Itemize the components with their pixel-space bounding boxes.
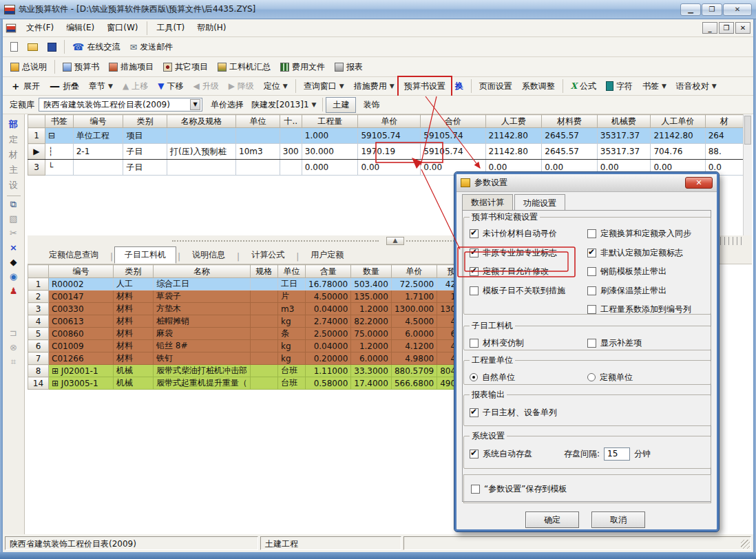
checkbox-coef-to-number-col[interactable]: 工程量系数添加到编号列 — [587, 304, 705, 315]
collapse-button[interactable]: —折叠 — [45, 77, 84, 95]
checkbox-autosave[interactable]: 系统自动存盘 — [470, 448, 532, 460]
table-cell[interactable]: 0.000 — [302, 160, 358, 176]
column-header[interactable]: 含量 — [306, 265, 351, 278]
table-cell[interactable] — [251, 278, 278, 291]
mdi-restore-button[interactable]: ❐ — [719, 22, 734, 34]
tab-function-settings[interactable]: 功能设置 — [514, 194, 565, 211]
table-cell[interactable]: 1.000 — [302, 128, 358, 144]
cut-icon[interactable]: ✂ — [10, 228, 17, 242]
column-header[interactable]: 单位 — [278, 265, 306, 278]
table-cell[interactable] — [251, 365, 278, 377]
table-cell[interactable]: 片 — [278, 291, 306, 303]
table-cell[interactable]: 铅丝 8# — [154, 340, 251, 352]
table-cell[interactable]: 材料 — [114, 303, 154, 315]
tab-quota-info[interactable]: 定额信息查询 — [39, 246, 109, 264]
radio-natural-unit[interactable]: 自然单位 — [470, 372, 587, 383]
table-cell[interactable]: 1970.19 — [358, 144, 421, 160]
column-header[interactable]: 类别 — [114, 265, 154, 278]
move-down-button[interactable]: ▼下移 — [153, 78, 188, 95]
table-cell[interactable]: 566.6800 — [391, 377, 437, 390]
checkbox-allow-modify-quota[interactable]: 定额子目允许修改 — [470, 266, 587, 277]
budget-book-button[interactable]: 预算书 — [58, 59, 104, 76]
table-cell[interactable] — [251, 340, 278, 352]
table-cell[interactable]: 1.7100 — [391, 291, 437, 303]
table-cell[interactable]: 4.9800 — [391, 352, 437, 365]
bookmark-dropdown[interactable]: 书签▼ — [638, 78, 671, 95]
table-cell[interactable]: 704.76 — [651, 144, 705, 160]
paste-icon[interactable]: ▧ — [9, 213, 17, 228]
table-cell[interactable]: 4.50000 — [306, 291, 351, 303]
column-header[interactable]: 名称及规格 — [167, 115, 236, 128]
table-cell[interactable]: 材料 — [114, 340, 154, 352]
checkbox-save-to-template[interactable]: “参数设置”保存到模板 — [471, 483, 567, 495]
move-up-button[interactable]: ▲上移 — [118, 78, 153, 95]
table-cell[interactable]: 子目 — [123, 144, 167, 160]
table-cell[interactable]: m3 — [278, 303, 306, 315]
column-header[interactable]: 单价 — [358, 115, 421, 128]
table-cell[interactable]: kg — [278, 340, 306, 352]
mdi-close-button[interactable]: ✕ — [735, 22, 750, 34]
close-button[interactable]: ✕ — [723, 3, 752, 16]
formula-button[interactable]: X公式 — [566, 78, 601, 95]
delete-x-icon[interactable]: × — [10, 242, 17, 257]
table-cell[interactable]: 子目 — [123, 160, 167, 176]
open-file-button[interactable] — [23, 41, 43, 54]
table-cell[interactable]: 工日 — [278, 278, 306, 291]
checkbox-nonoriginal-mark[interactable]: 非原专业加专业标志 — [470, 247, 587, 259]
column-header[interactable]: 十.. — [280, 115, 302, 128]
column-header[interactable]: 人工单价 — [651, 115, 705, 128]
minimize-button[interactable]: ▁ — [680, 3, 701, 16]
table-cell[interactable]: 打(压)入预制桩 — [167, 144, 236, 160]
swap-button[interactable]: 换 — [450, 78, 468, 95]
menu-help[interactable]: 帮助(H) — [191, 20, 232, 36]
table-cell[interactable] — [280, 160, 302, 176]
table-cell[interactable] — [251, 315, 278, 328]
table-cell[interactable]: C00147 — [49, 291, 114, 303]
table-cell[interactable]: C01266 — [49, 352, 114, 365]
table-cell[interactable] — [236, 160, 280, 176]
table-cell[interactable] — [73, 160, 123, 176]
report-button[interactable]: 报表 — [330, 59, 368, 76]
menu-window[interactable]: 窗口(W) — [101, 20, 144, 36]
labor-summary-button[interactable]: 工料机汇总 — [213, 59, 275, 76]
ok-button[interactable]: 确定 — [525, 511, 579, 528]
column-header[interactable]: 编号 — [73, 115, 123, 128]
table-cell[interactable]: 4.5000 — [391, 315, 437, 328]
table-cell[interactable]: 0.20000 — [306, 352, 351, 365]
table-cell[interactable]: 10m3 — [236, 144, 280, 160]
table-cell[interactable]: 2-1 — [73, 144, 123, 160]
table-cell[interactable]: 铁钉 — [154, 352, 251, 365]
person-icon[interactable]: ♟ — [10, 286, 18, 300]
table-row[interactable]: ▶┆2-1子目打(压)入预制桩10m330030.0001970.1959105… — [28, 144, 744, 160]
table-cell[interactable]: 21142.80 — [651, 128, 705, 144]
table-cell[interactable]: 0.04000 — [306, 340, 351, 352]
column-header[interactable] — [28, 115, 45, 128]
table-cell[interactable] — [167, 160, 236, 176]
table-cell[interactable]: 0.00 — [358, 160, 421, 176]
table-cell[interactable]: ┆ — [45, 144, 73, 160]
table-cell[interactable]: 1.2000 — [351, 303, 392, 315]
table-cell[interactable] — [251, 377, 278, 390]
table-cell[interactable] — [251, 291, 278, 303]
table-cell[interactable]: 880.5709 — [391, 365, 437, 377]
checkbox-auto-price[interactable]: 未计价材料自动寻价 — [470, 228, 587, 240]
vertical-scrollbar[interactable] — [743, 114, 752, 235]
table-cell[interactable]: └ — [45, 160, 73, 176]
column-header[interactable]: 合价 — [421, 115, 485, 128]
dialog-close-button[interactable]: ✕ — [685, 177, 713, 189]
column-header[interactable]: 名称 — [154, 265, 251, 278]
menu-tools[interactable]: 工具(T) — [150, 20, 191, 36]
globe-icon[interactable]: ◉ — [10, 271, 17, 286]
dialog-title-bar[interactable]: 参数设置 — [456, 174, 717, 192]
table-cell[interactable]: 59105.74 — [421, 144, 485, 160]
table-cell[interactable]: 人工 — [114, 278, 154, 291]
sidebar-tab-settings[interactable]: 设 — [6, 178, 21, 193]
coef-adjust-button[interactable]: 系数调整 — [517, 78, 560, 95]
table-cell[interactable]: 59105.74 — [421, 128, 485, 144]
civil-tab-button[interactable]: 土建 — [326, 97, 356, 113]
checkbox-paint-no-export[interactable]: 刷漆保温禁止带出 — [587, 285, 705, 297]
table-cell[interactable]: 300 — [280, 144, 302, 160]
table-cell[interactable]: 4.1200 — [391, 340, 437, 352]
column-header[interactable]: 规格 — [251, 265, 278, 278]
tab-item-resources[interactable]: 子目工料机 — [114, 246, 176, 264]
